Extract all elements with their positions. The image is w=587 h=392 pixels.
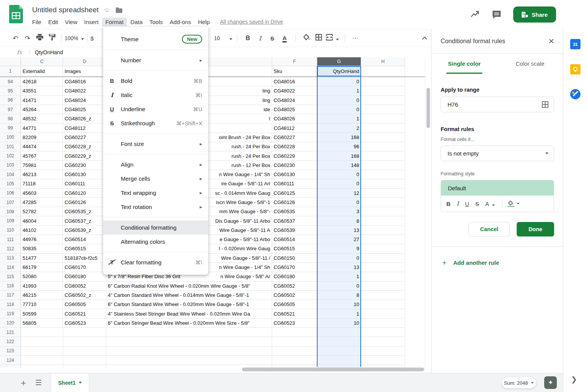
menu-item-alternating-colors[interactable]: Alternating colors <box>103 235 208 249</box>
collapse-toolbar-icon[interactable] <box>418 34 431 42</box>
cell-f-1[interactable]: Sku <box>272 66 317 76</box>
menu-item-underline[interactable]: UUnderline⌘U <box>103 102 208 116</box>
font-size-select[interactable]: 10 <box>214 35 232 41</box>
add-another-rule-button[interactable]: ＋ Add another rule <box>441 258 554 267</box>
cell-d-116[interactable]: CG60052 <box>63 282 106 291</box>
cell-d-106[interactable]: CG60120 <box>63 189 106 198</box>
condition-dropdown[interactable]: Is not empty <box>441 146 554 161</box>
cell-f-115[interactable]: CG60180 <box>272 272 317 281</box>
cell-d-99[interactable]: CG48112 <box>63 123 106 133</box>
row-number-103[interactable]: 103 <box>0 161 21 170</box>
style-fill-color-icon[interactable] <box>508 201 514 207</box>
cell-f-104[interactable]: CG60130 <box>272 170 317 179</box>
cell-f-113[interactable]: CG60150 <box>272 254 317 263</box>
cell-h-97[interactable] <box>361 105 405 114</box>
cell-h-116[interactable] <box>361 282 405 291</box>
cell-e-118[interactable]: 6" Carbon Standard Wire Wheel - 0.020mm … <box>106 300 272 309</box>
borders-icon[interactable] <box>313 34 325 42</box>
cell-h-124[interactable] <box>361 356 405 365</box>
tab-single-color[interactable]: Single color <box>431 54 497 75</box>
row-number-104[interactable]: 104 <box>0 170 21 179</box>
print-icon[interactable] <box>34 34 46 42</box>
cell-c-99[interactable]: 44771 <box>21 123 63 133</box>
row-number-114[interactable]: 114 <box>0 263 21 272</box>
row-number-101[interactable]: 101 <box>0 142 21 151</box>
cell-h-103[interactable] <box>361 161 405 170</box>
cell-f-109[interactable]: CG60537 <box>272 216 317 225</box>
cell-c-106[interactable]: 45603 <box>21 189 63 198</box>
column-header-g[interactable]: G <box>317 57 361 66</box>
cell-f-117[interactable]: CG60502 <box>272 291 317 300</box>
menu-item-text-rotation[interactable]: Text rotation▸ <box>103 200 208 214</box>
style-underline-icon[interactable]: U <box>465 201 469 207</box>
row-number-118[interactable]: 118 <box>0 300 21 309</box>
cell-c-100[interactable]: 82209 <box>21 133 63 142</box>
sheets-logo-icon[interactable] <box>9 5 23 23</box>
redo-icon[interactable]: ↷ <box>21 34 34 42</box>
cell-c-111[interactable]: 44976 <box>21 235 63 244</box>
cell-h-108[interactable] <box>361 207 405 216</box>
row-number-94[interactable]: 94 <box>0 77 21 86</box>
cell-h-118[interactable] <box>361 300 405 309</box>
cell-d-104[interactable]: CG60130 <box>63 170 106 179</box>
menu-item-clear-formatting[interactable]: TClear formatting⌘\ <box>103 255 208 269</box>
cancel-button[interactable]: Cancel <box>469 222 510 236</box>
cell-f-103[interactable]: CG60230 <box>272 161 317 170</box>
cell-f-120[interactable]: CG60523 <box>272 319 317 328</box>
chevron-right-icon[interactable]: ❯ <box>571 375 577 384</box>
move-folder-icon[interactable] <box>115 7 123 13</box>
row-number-111[interactable]: 111 <box>0 235 21 244</box>
cell-c-120[interactable]: 56805 <box>21 319 63 328</box>
cell-f-119[interactable]: CG60521 <box>272 309 317 318</box>
menu-item-align[interactable]: Align▸ <box>103 157 208 172</box>
cell-g-118[interactable]: 10 <box>317 300 361 309</box>
cell-g-106[interactable]: 12 <box>317 189 361 198</box>
fill-dropdown-arrow-icon[interactable] <box>517 203 520 204</box>
cell-f-110[interactable]: CG60539 <box>272 226 317 235</box>
cell-h-95[interactable] <box>361 86 405 96</box>
cell-f-114[interactable]: CG60170 <box>272 263 317 272</box>
cell-c-123[interactable] <box>21 347 63 356</box>
cell-d-121[interactable] <box>63 328 106 337</box>
cell-e-116[interactable]: 6" Carbon Radial Knot Wire Wheel - 0.020… <box>106 282 272 291</box>
cell-h-107[interactable] <box>361 198 405 207</box>
cell-f-118[interactable]: CG60505 <box>272 300 317 309</box>
cell-g-94[interactable]: 0 <box>317 77 361 86</box>
cell-d-100[interactable]: CG60227 <box>63 133 106 142</box>
row-number-115[interactable]: 115 <box>0 272 21 281</box>
cell-h-100[interactable] <box>361 133 405 142</box>
cell-f-122[interactable] <box>272 337 317 346</box>
cell-c-113[interactable]: 51477 <box>21 254 63 263</box>
cell-g-103[interactable]: 148 <box>317 161 361 170</box>
row-number-105[interactable]: 105 <box>0 179 21 188</box>
cell-d-98[interactable]: CG48026_z <box>63 114 106 123</box>
cell-g-100[interactable]: 168 <box>317 133 361 142</box>
select-range-icon[interactable] <box>542 101 548 108</box>
cell-f-106[interactable]: CG60125 <box>272 189 317 198</box>
menu-item-italic[interactable]: IItalic⌘I <box>103 88 208 102</box>
cell-h-101[interactable] <box>361 142 405 151</box>
row-number-112[interactable]: 112 <box>0 244 21 253</box>
row-number-113[interactable]: 113 <box>0 254 21 263</box>
all-sheets-icon[interactable]: ☰ <box>35 373 42 392</box>
cell-h-119[interactable] <box>361 309 405 318</box>
cell-f-123[interactable] <box>272 347 317 356</box>
cell-f-124[interactable] <box>272 356 317 365</box>
row-number-96[interactable]: 96 <box>0 96 21 105</box>
tasks-icon[interactable] <box>570 89 581 99</box>
row-number-123[interactable]: 123 <box>0 347 21 356</box>
cell-g-107[interactable]: 0 <box>317 198 361 207</box>
cell-g-124[interactable] <box>317 356 361 365</box>
menubar-item-insert[interactable]: Insert <box>81 18 102 26</box>
cell-c-103[interactable]: 75981 <box>21 161 63 170</box>
cell-c-116[interactable]: 41993 <box>21 282 63 291</box>
cell-d-107[interactable]: CG60126 <box>63 198 106 207</box>
close-icon[interactable]: ✕ <box>548 37 555 45</box>
comment-icon[interactable] <box>491 10 502 20</box>
cell-g-119[interactable]: 1 <box>317 309 361 318</box>
fill-color-icon[interactable] <box>300 34 313 42</box>
cell-e-124[interactable] <box>106 356 272 365</box>
cell-c-102[interactable]: 45767 <box>21 151 63 160</box>
cell-g-109[interactable]: 8 <box>317 216 361 225</box>
cell-h-122[interactable] <box>361 337 405 346</box>
